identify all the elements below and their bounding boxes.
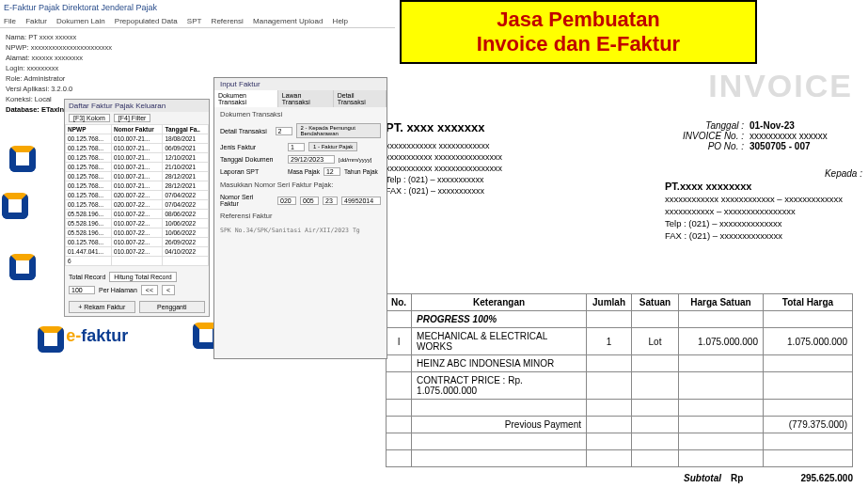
col-nomor[interactable]: Nomor Faktur	[112, 125, 163, 134]
referensi-text: SPK No.34/SPK/Sanitasi Air/XII/2023 Tg	[214, 223, 387, 238]
table-row[interactable]: 00.125.768...020.007-22...07/04/2022	[66, 191, 209, 200]
col-total-harga: Total Harga	[764, 294, 853, 311]
prev-page-button[interactable]: <<	[141, 285, 158, 295]
menubar[interactable]: File Faktur Dokumen Lain Prepopulated Da…	[0, 15, 395, 28]
nsfp-b[interactable]	[300, 197, 319, 205]
tab-lawan[interactable]: Lawan Transaksi	[278, 90, 334, 107]
from-address: xxxxxxxxxxxx xxxxxxxxxxxx xxxxxxxxxxx xx…	[386, 140, 648, 197]
filter-button[interactable]: [F4] Filter	[114, 114, 151, 122]
tanggal-dokumen-label: Tanggal Dokumen	[220, 156, 284, 163]
table-row[interactable]: 00.125.768...020.007-22...07/04/2022	[66, 200, 209, 210]
from-company: PT. xxxx xxxxxxx	[386, 120, 648, 134]
col-no: No.	[387, 294, 412, 311]
perhal-label: Per Halaman	[99, 287, 137, 293]
subtotal-row: Subtotal Rp 295.625.000	[386, 473, 853, 483]
invno-label: INVOICE No. :	[659, 131, 744, 141]
table-row[interactable]: 00.125.768...010.007-21...21/10/2021	[66, 163, 209, 172]
menu-dokumen[interactable]: Dokumen Lain	[56, 17, 105, 25]
laporan-spt-label: Laporan SPT	[220, 168, 284, 175]
tanggal-value: 01-Nov-23	[750, 120, 862, 131]
menu-referensi[interactable]: Referensi	[212, 17, 244, 25]
service-banner: Jasa Pembuatan Invoice dan E-Faktur	[400, 0, 757, 64]
invoice-row	[387, 450, 853, 467]
table-row[interactable]: 05.528.196...010.007-22...10/06/2022	[66, 228, 209, 238]
to-block: PT.xxxx xxxxxxxx xxxxxxxxxxxx xxxxxxxxxx…	[665, 181, 853, 242]
kepada-label: Kepada :	[657, 168, 862, 179]
table-row[interactable]: 05.528.196...010.007-22...10/06/2022	[66, 219, 209, 228]
table-row[interactable]: 6	[66, 257, 209, 266]
kolom-button[interactable]: [F3] Kolom	[69, 114, 110, 122]
list-title: Daftar Faktur Pajak Keluaran	[65, 100, 209, 112]
invoice-title: INVOICE	[708, 68, 853, 104]
invoice-row	[387, 400, 853, 417]
menu-management[interactable]: Management Upload	[253, 17, 323, 25]
nsfp-a[interactable]	[277, 197, 296, 205]
table-row[interactable]: 00.125.768...010.007-21...12/10/2021	[66, 153, 209, 163]
hitung-button[interactable]: Hitung Total Record	[109, 272, 176, 282]
total-record-label: Total Record	[69, 274, 105, 280]
masa-label: Masa Pajak	[288, 168, 320, 175]
section-dokumen: Dokumen Transaksi	[214, 107, 387, 121]
masa-pajak-input[interactable]	[324, 167, 340, 176]
dialog-title: Input Faktur	[214, 78, 387, 90]
table-row[interactable]: 00.125.768...010.007-21...06/09/2021	[66, 144, 209, 153]
invoice-row: PROGRESS 100%	[387, 311, 853, 328]
col-npwp[interactable]: NPWP	[66, 125, 112, 134]
table-row[interactable]: 05.528.196...010.007-22...08/06/2022	[66, 210, 209, 219]
banner-line1: Jasa Pembuatan	[497, 8, 660, 32]
detail-info: 2 - Kepada Pemungut Bendaharawan	[296, 123, 381, 138]
col-tanggal[interactable]: Tanggal Fa..	[163, 125, 209, 134]
window-title: E-Faktur Pajak Direktorat Jenderal Pajak	[0, 0, 395, 15]
efaktur-logo	[2, 193, 28, 221]
menu-help[interactable]: Help	[333, 17, 348, 25]
invoice-row: HEINZ ABC INDONESIA MINOR	[387, 355, 853, 372]
invoice-row: CONTRACT PRICE : Rp. 1.075.000.000	[387, 372, 853, 400]
menu-spt[interactable]: SPT	[187, 17, 202, 25]
invno-value: xxxxxxxxxx xxxxxx	[750, 131, 862, 141]
subtotal-currency: Rp	[731, 473, 759, 483]
tab-dokumen[interactable]: Dokumen Transaksi	[214, 90, 278, 107]
invoice-row	[387, 433, 853, 450]
faktur-table[interactable]: NPWP Nomor Faktur Tanggal Fa.. 00.125.76…	[65, 124, 209, 266]
tanggal-dokumen-input[interactable]	[288, 155, 335, 164]
subtotal-value: 295.625.000	[759, 473, 853, 483]
col-keterangan: Keterangan	[412, 294, 587, 311]
tanggal-format: [dd/mm/yyyy]	[339, 157, 371, 163]
pono-label: PO No. :	[659, 141, 744, 151]
table-row[interactable]: 00.125.768...010.007-21...28/12/2021	[66, 181, 209, 191]
tab-detail[interactable]: Detail Transaksi	[334, 90, 387, 107]
table-row[interactable]: 01.447.041...010.007-22...04/10/2022	[66, 247, 209, 257]
detail-transaksi-input[interactable]	[276, 127, 292, 135]
invoice-document: INVOICE PT. xxxx xxxxxxx xxxxxxxxxxxx xx…	[386, 68, 862, 488]
subtotal-label: Subtotal	[646, 473, 731, 483]
col-satuan: Satuan	[632, 294, 679, 311]
faktur-list-window: Daftar Faktur Pajak Keluaran [F3] Kolom …	[64, 99, 210, 317]
menu-faktur[interactable]: Faktur	[25, 17, 47, 25]
rekam-faktur-button[interactable]: + Rekam Faktur	[69, 301, 135, 313]
table-row[interactable]: 00.125.768...010.007-21...28/12/2021	[66, 172, 209, 181]
jenis-faktur-input[interactable]	[288, 143, 305, 151]
first-page-button[interactable]: <	[162, 285, 175, 295]
to-company: PT.xxxx xxxxxxxx	[665, 181, 853, 193]
invoice-row: IMECHANICAL & ELECTRICAL WORKS1Lot1.075.…	[387, 328, 853, 355]
referensi-label: Referensi Faktur	[214, 209, 387, 223]
nsfp-c[interactable]	[323, 197, 338, 205]
tanggal-label: Tanggal :	[659, 120, 744, 131]
jenis-faktur-label: Jenis Faktur	[220, 144, 284, 150]
col-jumlah: Jumlah	[587, 294, 632, 311]
input-faktur-dialog: Input Faktur Dokumen Transaksi Lawan Tra…	[213, 77, 387, 359]
pengganti-button[interactable]: Pengganti	[139, 301, 206, 313]
nsfp-d[interactable]	[341, 197, 381, 205]
nsfp-label: Nomor Seri Faktur	[220, 194, 274, 207]
tahun-label: Tahun Pajak	[344, 168, 378, 175]
col-harga-satuan: Harga Satuan	[679, 294, 764, 311]
table-row[interactable]: 00.125.768...010.007-22...26/09/2022	[66, 238, 209, 247]
perhal-input[interactable]	[69, 286, 95, 294]
table-row[interactable]: 00.125.768...010.007-21...18/08/2021	[66, 134, 209, 144]
detail-transaksi-label: Detail Transaksi	[220, 128, 272, 134]
menu-file[interactable]: File	[4, 17, 16, 25]
efaktur-logo	[9, 146, 36, 174]
efaktur-logo: e-faktur	[38, 326, 128, 353]
menu-prepopulated[interactable]: Prepopulated Data	[115, 17, 178, 25]
invoice-table: No. Keterangan Jumlah Satuan Harga Satua…	[386, 293, 853, 483]
